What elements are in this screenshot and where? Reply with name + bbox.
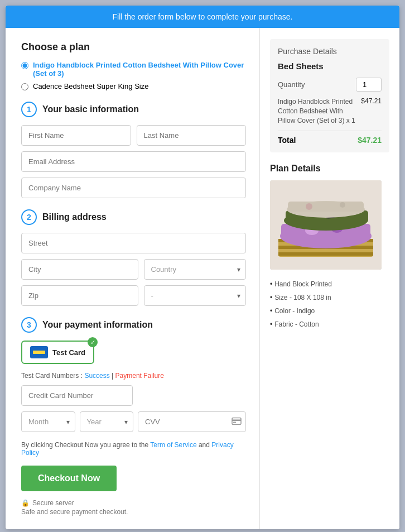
page-wrapper: Fill the order form below to complete yo… (6, 6, 399, 529)
name-row (21, 125, 246, 146)
product-category: Bed Sheets (278, 61, 382, 71)
success-link[interactable]: Success (84, 372, 109, 380)
month-select[interactable]: MonthJanuaryFebruaryMarchAprilMayJuneJul… (21, 411, 75, 432)
left-panel: Choose a plan Indigo Handblock Printed C… (6, 28, 260, 529)
test-card-prefix: Test Card Numbers : (21, 372, 84, 380)
state-select[interactable]: - (144, 285, 247, 306)
first-name-input[interactable] (21, 125, 131, 146)
top-banner: Fill the order form below to complete yo… (6, 6, 399, 28)
secure-info: 🔒 Secure server Safe and secure payment … (21, 499, 246, 516)
feature-item: Color - Indigo (270, 304, 389, 318)
purchase-details-box: Purchase Details Bed Sheets Quantity Ind… (270, 39, 389, 152)
secure-payment-text: Safe and secure payment checkout. (21, 508, 246, 516)
step1-circle: 1 (21, 102, 37, 117)
test-card-box[interactable]: Test Card ✓ (21, 341, 94, 364)
year-wrapper: Year2024202520262027202820292030 ▾ (80, 411, 134, 432)
test-card-label: Test Card (52, 348, 85, 357)
step3-circle: 3 (21, 317, 37, 333)
card-icon-inner (33, 351, 45, 354)
cvv-icon (232, 417, 242, 426)
country-select[interactable]: Country (144, 259, 247, 280)
month-wrapper: MonthJanuaryFebruaryMarchAprilMayJuneJul… (21, 411, 75, 432)
tos-link[interactable]: Term of Service (150, 441, 196, 449)
plan-label-2: Cadence Bedsheet Super King Size (33, 82, 148, 90)
agree-prefix: By clicking Checkout Now you agree to th… (21, 441, 150, 449)
checkmark-icon: ✓ (88, 337, 98, 347)
step1-header: 1 Your basic information (21, 102, 246, 117)
step1-title: Your basic information (42, 104, 139, 114)
cvv-wrapper (138, 411, 246, 432)
svg-rect-15 (288, 202, 364, 212)
svg-rect-1 (232, 419, 241, 421)
zip-state-row: - ▾ (21, 285, 246, 306)
step3-header: 3 Your payment information (21, 317, 246, 333)
banner-text: Fill the order form below to complete yo… (113, 12, 293, 21)
street-row (21, 233, 246, 253)
total-price: $47.21 (358, 136, 382, 145)
svg-rect-2 (233, 421, 236, 423)
svg-rect-0 (232, 418, 241, 424)
agree-and: and (197, 441, 212, 449)
plan-option-1[interactable]: Indigo Handblock Printed Cotton Bedsheet… (21, 61, 246, 78)
choose-plan-title: Choose a plan (21, 41, 246, 53)
expiry-cvv-row: MonthJanuaryFebruaryMarchAprilMayJuneJul… (21, 411, 246, 432)
step2-header: 2 Billing address (21, 209, 246, 225)
quantity-row: Quantity (278, 78, 382, 92)
svg-rect-7 (278, 252, 373, 256)
main-content: Choose a plan Indigo Handblock Printed C… (6, 28, 399, 529)
plan-label-1: Indigo Handblock Printed Cotton Bedsheet… (33, 61, 246, 78)
checkout-button[interactable]: Checkout Now (21, 466, 117, 491)
failure-link[interactable]: Payment Failure (115, 372, 164, 380)
test-card-numbers-text: Test Card Numbers : Success | Payment Fa… (21, 372, 246, 380)
step3-title: Your payment information (42, 320, 153, 330)
lock-icon: 🔒 (21, 499, 30, 507)
item-price: $47.21 (361, 97, 382, 125)
total-label: Total (278, 136, 296, 145)
plan-details-title: Plan Details (270, 164, 389, 174)
state-wrapper: - ▾ (144, 285, 247, 306)
quantity-label: Quantity (278, 80, 305, 89)
feature-item: Fabric - Cotton (270, 318, 389, 331)
company-row (21, 178, 246, 198)
cc-number-row (21, 385, 246, 406)
city-input[interactable] (21, 259, 138, 280)
secure-server-text: Secure server (32, 499, 74, 507)
city-country-row: Country ▾ (21, 259, 246, 280)
card-icon (30, 346, 48, 358)
company-input[interactable] (21, 178, 246, 198)
step2-title: Billing address (42, 212, 107, 222)
email-row (21, 151, 246, 172)
plan-radio-2[interactable] (21, 83, 28, 90)
feature-item: Hand Block Printed (270, 277, 389, 291)
step2-circle: 2 (21, 209, 37, 225)
product-features: Hand Block PrintedSize - 108 X 108 inCol… (270, 277, 389, 331)
svg-point-17 (340, 202, 345, 208)
plan-option-2[interactable]: Cadence Bedsheet Super King Size (21, 82, 246, 90)
purchase-details-header: Purchase Details (278, 47, 382, 56)
secure-server-row: 🔒 Secure server (21, 499, 246, 507)
plan-radio-1[interactable] (21, 62, 28, 69)
product-image (270, 180, 382, 270)
cc-number-input[interactable] (21, 385, 133, 406)
year-select[interactable]: Year2024202520262027202820292030 (80, 411, 134, 432)
quantity-input[interactable] (356, 78, 382, 92)
last-name-input[interactable] (137, 125, 247, 146)
cvv-input[interactable] (138, 411, 246, 432)
email-input[interactable] (21, 151, 246, 172)
agree-text: By clicking Checkout Now you agree to th… (21, 441, 246, 457)
country-wrapper: Country ▾ (144, 259, 247, 280)
right-panel: Purchase Details Bed Sheets Quantity Ind… (260, 28, 399, 529)
street-input[interactable] (21, 233, 246, 253)
total-row: Total $47.21 (278, 131, 382, 145)
feature-item: Size - 108 X 108 in (270, 291, 389, 304)
svg-point-16 (306, 203, 312, 210)
item-name: Indigo Handblock Printed Cotton Bedsheet… (278, 97, 356, 125)
zip-input[interactable] (21, 285, 138, 306)
item-row: Indigo Handblock Printed Cotton Bedsheet… (278, 97, 382, 125)
